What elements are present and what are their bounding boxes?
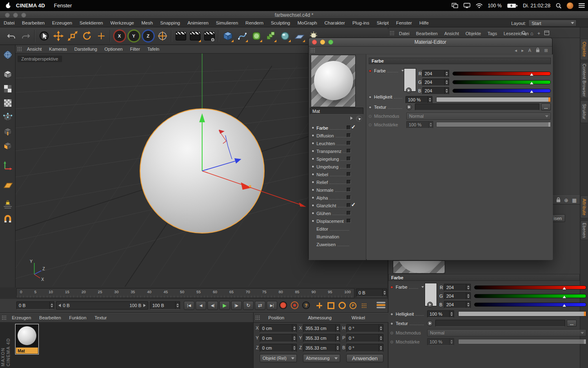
live-selection-tool[interactable] bbox=[37, 29, 51, 43]
materials-menu-funktion[interactable]: Funktion bbox=[65, 315, 90, 320]
texture-browse-button[interactable]: ... bbox=[567, 320, 577, 327]
materials-menu-textur[interactable]: Textur bbox=[91, 315, 111, 320]
materials-menu-erzeugen[interactable]: Erzeugen bbox=[8, 315, 35, 320]
menu-rendern[interactable]: Rendern bbox=[242, 20, 267, 25]
apple-icon[interactable] bbox=[6, 2, 11, 9]
range-end-field[interactable]: 100 B bbox=[150, 301, 180, 310]
render-view-button[interactable] bbox=[174, 29, 188, 43]
attr-green-slider[interactable] bbox=[474, 294, 586, 298]
menu-plugins[interactable]: Plug-ins bbox=[349, 20, 373, 25]
key-pla-toggle[interactable] bbox=[360, 301, 368, 310]
layout-dropdown[interactable]: Start bbox=[528, 20, 577, 27]
add-bookmark-icon[interactable]: + bbox=[537, 31, 540, 36]
add-environment-button[interactable] bbox=[278, 29, 292, 43]
materials-menu-bearbeiten[interactable]: Bearbeiten bbox=[35, 315, 65, 320]
animation-dot-icon[interactable] bbox=[369, 96, 372, 99]
attr-red-slider[interactable] bbox=[474, 285, 586, 289]
menu-simulieren[interactable]: Simulieren bbox=[212, 20, 242, 25]
enable-axis-button[interactable] bbox=[1, 159, 14, 172]
add-tab-icon[interactable]: ⊞ bbox=[544, 48, 548, 53]
tab-ebenen[interactable]: Ebenen bbox=[580, 220, 588, 240]
channel-alpha[interactable]: Alpha bbox=[309, 194, 366, 202]
panel-icon[interactable] bbox=[544, 31, 549, 36]
last-used-tool[interactable] bbox=[94, 29, 108, 43]
polygons-mode-button[interactable] bbox=[1, 139, 14, 153]
animation-dot-icon[interactable] bbox=[390, 313, 393, 316]
channel-checkbox[interactable] bbox=[347, 180, 351, 184]
mirror-icon[interactable] bbox=[452, 3, 458, 8]
angle-p-field[interactable]: 0 ° bbox=[346, 334, 383, 342]
om-menu-tags[interactable]: Tags bbox=[484, 31, 500, 36]
helligkeit-spinner[interactable]: 100 % bbox=[405, 96, 432, 103]
play-mode-button[interactable] bbox=[243, 301, 254, 310]
size-y-field[interactable]: 355.33 cm bbox=[303, 334, 340, 342]
range-right-arrow-icon[interactable] bbox=[143, 304, 146, 307]
position-y-field[interactable]: 0 cm bbox=[260, 334, 297, 342]
texture-arrow-button[interactable] bbox=[406, 104, 412, 110]
texture-arrow-button[interactable] bbox=[427, 321, 433, 326]
menu-erzeugen[interactable]: Erzeugen bbox=[48, 20, 76, 25]
viewport-menu-optionen[interactable]: Optionen bbox=[101, 47, 127, 52]
channel-checkbox[interactable] bbox=[347, 203, 351, 207]
chevron-right-icon[interactable] bbox=[350, 117, 353, 120]
workplane-button[interactable] bbox=[1, 179, 14, 192]
loop-button[interactable] bbox=[255, 301, 265, 310]
page-illumination[interactable]: Illumination bbox=[309, 233, 366, 240]
add-subdivision-surface-button[interactable] bbox=[249, 29, 263, 43]
drag-handle-icon[interactable] bbox=[255, 315, 260, 321]
attr-r-spinner[interactable]: 204 bbox=[444, 284, 471, 291]
menu-mograph[interactable]: MoGraph bbox=[294, 20, 321, 25]
add-floor-button[interactable] bbox=[292, 29, 306, 43]
current-frame-field[interactable]: 0 B bbox=[16, 301, 54, 310]
size-x-field[interactable]: 355.33 cm bbox=[303, 324, 340, 332]
tab-objekte[interactable]: Objekte bbox=[580, 39, 588, 60]
channel-checkbox[interactable] bbox=[347, 149, 351, 153]
lock-icon[interactable] bbox=[556, 197, 561, 204]
r-spinner[interactable]: 204 bbox=[422, 70, 449, 77]
render-settings-button[interactable] bbox=[202, 29, 216, 43]
spinner-arrows-icon[interactable] bbox=[49, 302, 54, 309]
size-z-field[interactable]: 355.33 cm bbox=[303, 344, 340, 352]
texture-axis-mode-button[interactable] bbox=[1, 96, 14, 110]
lock-z-axis-button[interactable]: Z bbox=[141, 29, 155, 43]
timeline-ruler[interactable]: 0 5 10 15 20 25 30 35 40 45 50 55 60 65 … bbox=[16, 288, 354, 298]
slider-marker-icon[interactable] bbox=[530, 90, 533, 93]
grid-icon[interactable]: ▦ bbox=[572, 197, 577, 203]
lock-icon[interactable] bbox=[536, 47, 540, 53]
viewport-menu-darstellung[interactable]: Darstellung bbox=[71, 47, 101, 52]
channel-diffusion[interactable]: Diffusion bbox=[309, 132, 366, 139]
channel-checkbox[interactable] bbox=[347, 172, 351, 176]
menu-mesh[interactable]: Mesh bbox=[138, 20, 156, 25]
scale-tool[interactable] bbox=[65, 29, 80, 43]
viewport-menu-filter[interactable]: Filter bbox=[126, 47, 143, 52]
undo-button[interactable] bbox=[4, 29, 18, 43]
channel-displacement[interactable]: Displacement bbox=[309, 217, 366, 225]
drag-handle-icon[interactable] bbox=[310, 48, 315, 53]
key-rotation-toggle[interactable] bbox=[338, 301, 346, 310]
viewport-menu-ansicht[interactable]: Ansicht bbox=[23, 47, 45, 52]
macos-app-name[interactable]: CINEMA 4D bbox=[16, 2, 45, 9]
slider-marker-icon[interactable] bbox=[530, 82, 533, 84]
om-menu-objekte[interactable]: Objekte bbox=[462, 31, 484, 36]
channel-checkbox[interactable] bbox=[347, 164, 351, 168]
move-tool[interactable] bbox=[51, 29, 65, 43]
om-menu-datei[interactable]: Datei bbox=[396, 31, 413, 36]
animation-dot-icon[interactable] bbox=[369, 70, 372, 72]
attribute-section-header[interactable]: Farbe bbox=[388, 274, 580, 281]
chevron-down-icon[interactable] bbox=[421, 286, 424, 288]
motion-system-icon[interactable] bbox=[376, 302, 385, 309]
red-slider[interactable] bbox=[452, 72, 551, 76]
animation-dot-icon[interactable] bbox=[390, 286, 393, 289]
helligkeit-slider[interactable] bbox=[436, 97, 551, 102]
material-editor-window[interactable]: Material-Editor ◂ ▸ A ⊞ Mat Farbe✓ Diffu… bbox=[308, 38, 552, 260]
attr-helligkeit-spinner[interactable]: 100 % bbox=[427, 310, 454, 318]
user-avatar-icon[interactable] bbox=[567, 2, 573, 9]
render-menu-button[interactable] bbox=[188, 29, 202, 43]
goto-end-button[interactable] bbox=[267, 301, 277, 310]
edges-mode-button[interactable] bbox=[1, 125, 14, 138]
key-position-toggle[interactable] bbox=[315, 301, 323, 310]
drag-handle-icon[interactable] bbox=[17, 47, 22, 52]
attr-g-spinner[interactable]: 204 bbox=[444, 292, 471, 300]
play-button[interactable] bbox=[219, 301, 230, 310]
channel-umgebung[interactable]: Umgebung bbox=[309, 163, 366, 171]
